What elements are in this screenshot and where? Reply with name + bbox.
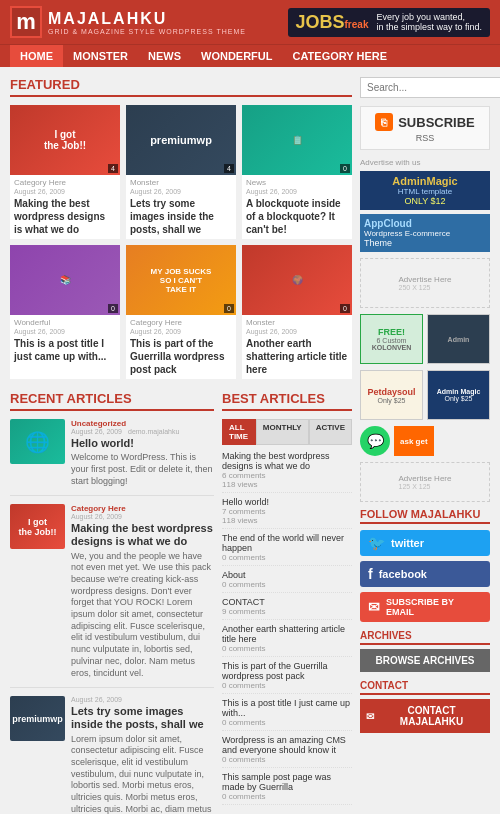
article-title[interactable]: Hello world! [71, 437, 214, 450]
appcloud-title: AppCloud [364, 218, 486, 229]
featured-image-6: 🌍 [242, 245, 352, 315]
search-input[interactable] [360, 77, 500, 98]
featured-item[interactable]: I gotthe Job!! 4 Category Here August 26… [10, 105, 120, 239]
best-article-item[interactable]: This is a post title I just came up with… [222, 698, 352, 731]
tab-all-time[interactable]: ALL TIME [222, 419, 256, 445]
best-article-item[interactable]: Wordpress is an amazing CMS and everyone… [222, 735, 352, 768]
best-article-item[interactable]: This is part of the Guerrilla wordpress … [222, 661, 352, 694]
small-ads-row: FREE! 6 Custom KOLONVEN Admin [360, 314, 490, 364]
twitter-follow-button[interactable]: 🐦 twitter [360, 530, 490, 556]
sidebar: SEARCH ⎘ SUBSCRIBE RSS Advertise with us… [360, 77, 490, 814]
nav-item-wonderful[interactable]: WONDERFUL [191, 45, 283, 67]
best-article-link[interactable]: This sample post page was made by Guerri… [222, 772, 331, 792]
feat-category: Category Here [14, 178, 116, 187]
nav-item-monster[interactable]: MONSTER [63, 45, 138, 67]
rss-title: ⎘ SUBSCRIBE [367, 113, 483, 131]
article-excerpt: Lorem ipsum dolor sit amet, consectetur … [71, 734, 214, 814]
search-box: SEARCH [360, 77, 490, 98]
rss-sub: RSS [367, 133, 483, 143]
best-article-link[interactable]: The end of the world will never happen [222, 533, 344, 553]
html-template-label: HTML template [364, 187, 486, 196]
article-excerpt: Welcome to WordPress. This is your first… [71, 452, 214, 487]
appcloud-subtitle: Wordpress E-commerce [364, 229, 486, 238]
best-article-count: 6 comments [222, 471, 352, 480]
best-article-item[interactable]: This sample post page was made by Guerri… [222, 772, 352, 805]
best-article-link[interactable]: This is a post title I just came up with… [222, 698, 350, 718]
feat-meta: August 26, 2009 [130, 328, 232, 335]
price-label: ONLY $12 [364, 196, 486, 206]
best-article-count: 0 comments [222, 580, 352, 589]
contact-title: CONTACT [360, 680, 490, 695]
featured-item[interactable]: premiumwp 4 Monster August 26, 2009 Lets… [126, 105, 236, 239]
small-ad-free[interactable]: FREE! 6 Custom KOLONVEN [360, 314, 423, 364]
feat-meta: August 26, 2009 [14, 188, 116, 195]
tab-active[interactable]: ACTIVE [309, 419, 352, 445]
feat-category: News [246, 178, 348, 187]
feat-meta: August 26, 2009 [14, 328, 116, 335]
article-content: Uncategorized August 26, 2009 demo.majal… [71, 419, 214, 487]
advertise-link[interactable]: Advertise with us [360, 158, 490, 167]
best-article-views: 118 views [222, 516, 352, 525]
nav-item-category[interactable]: CATEGORY HERE [283, 45, 398, 67]
nav-item-news[interactable]: NEWS [138, 45, 191, 67]
social-icons-row: 💬 ask get [360, 426, 490, 456]
feat-title: Lets try some images inside the posts, s… [130, 197, 232, 236]
featured-item[interactable]: 🌍 0 Monster August 26, 2009 Another eart… [242, 245, 352, 379]
featured-item[interactable]: MY JOB SUCKSSO I CAN'TTAKE IT 0 Category… [126, 245, 236, 379]
small-ad-kolven[interactable]: Admin [427, 314, 490, 364]
facebook-icon: f [368, 566, 373, 582]
best-article-link[interactable]: Hello world! [222, 497, 269, 507]
best-article-item[interactable]: Hello world! 7 comments 118 views [222, 497, 352, 529]
best-article-item[interactable]: Another earth shattering article title h… [222, 624, 352, 657]
contact-button[interactable]: ✉ CONTACT MAJALAHKU [360, 699, 490, 733]
admin-magic-small-ad[interactable]: Admin Magic Only $25 [427, 370, 490, 420]
advertise-125-box: Advertise Here 125 X 125 [360, 462, 490, 502]
article-thumbnail: I gotthe Job!! [10, 504, 65, 549]
best-articles-title: BEST ARTICLES [222, 391, 352, 411]
article-title[interactable]: Making the best wordpress designs is wha… [71, 522, 214, 548]
admin-magic-ad[interactable]: AdminMagic HTML template ONLY $12 [360, 171, 490, 210]
petday-ad[interactable]: Petdaysoul Only $25 [360, 370, 423, 420]
image-badge: 4 [108, 164, 118, 173]
article-content: August 26, 2009 Lets try some images ins… [71, 696, 214, 814]
best-article-item[interactable]: Making the best wordpress designs is wha… [222, 451, 352, 493]
best-article-link[interactable]: Another earth shattering article title h… [222, 624, 345, 644]
best-article-count: 0 comments [222, 644, 352, 653]
best-article-item[interactable]: CONTACT 9 comments [222, 597, 352, 620]
advertise-small-label: Advertise Here [399, 474, 452, 483]
best-article-count: 0 comments [222, 681, 352, 690]
facebook-follow-button[interactable]: f facebook [360, 561, 490, 587]
featured-item[interactable]: 📚 0 Wonderful August 26, 2009 This is a … [10, 245, 120, 379]
appcloud-theme: Theme [364, 238, 486, 248]
best-article-item[interactable]: About 0 comments [222, 570, 352, 593]
article-excerpt: We, you and the people we have not even … [71, 551, 214, 680]
whatsapp-icon[interactable]: 💬 [360, 426, 390, 456]
best-article-link[interactable]: CONTACT [222, 597, 265, 607]
featured-section: FEATURED I gotthe Job!! 4 Category Here … [10, 77, 352, 379]
best-articles-list: Making the best wordpress designs is wha… [222, 451, 352, 805]
appcloud-ad[interactable]: AppCloud Wordpress E-commerce Theme [360, 214, 490, 252]
image-badge: 0 [340, 304, 350, 313]
email-subscribe-button[interactable]: ✉ SUBSCRIBE BY EMAIL [360, 592, 490, 622]
best-article-views: 118 views [222, 480, 352, 489]
best-article-link[interactable]: Making the best wordpress designs is wha… [222, 451, 330, 471]
image-badge: 0 [340, 164, 350, 173]
best-article-link[interactable]: About [222, 570, 246, 580]
best-article-link[interactable]: This is part of the Guerrilla wordpress … [222, 661, 328, 681]
ask-icon[interactable]: ask get [394, 426, 434, 456]
admin-magic-title: AdminMagic [364, 175, 486, 187]
nav-item-home[interactable]: HOME [10, 45, 63, 67]
best-article-count: 7 comments [222, 507, 352, 516]
tab-monthly[interactable]: MONTHLY [256, 419, 309, 445]
rss-subscribe-box: ⎘ SUBSCRIBE RSS [360, 106, 490, 150]
browse-archives-button[interactable]: BROWSE ARCHIVES [360, 649, 490, 672]
thumb-img-2: I gotthe Job!! [10, 504, 65, 549]
header-ad-banner[interactable]: JOBSfreak Every job you wanted, in the s… [288, 8, 491, 37]
best-article-item[interactable]: The end of the world will never happen 0… [222, 533, 352, 566]
featured-item[interactable]: 📋 0 News August 26, 2009 A blockquote in… [242, 105, 352, 239]
logo-text: MAJALAHKU GRID & MAGAZINE STYLE WORDPRES… [48, 10, 246, 35]
best-articles-section: BEST ARTICLES ALL TIME MONTHLY ACTIVE Ma… [222, 391, 352, 814]
best-article-link[interactable]: Wordpress is an amazing CMS and everyone… [222, 735, 346, 755]
article-title[interactable]: Lets try some images inside the posts, s… [71, 705, 214, 731]
feat-title: Another earth shattering article title h… [246, 337, 348, 376]
